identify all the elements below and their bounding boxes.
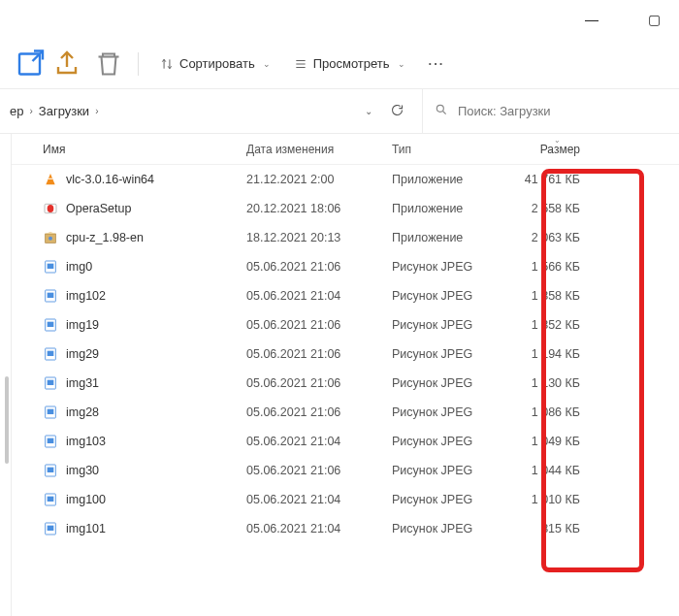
file-name: img100: [66, 493, 106, 506]
file-icon: [43, 521, 58, 536]
svg-rect-17: [48, 380, 54, 385]
column-header-name[interactable]: Имя: [23, 143, 246, 156]
sort-button[interactable]: Сортировать ⌄: [150, 47, 280, 81]
table-row[interactable]: img1905.06.2021 21:06Рисунок JPEG1 352 К…: [12, 310, 679, 340]
file-size: 1 010 КБ: [508, 493, 605, 506]
file-name: img29: [66, 347, 99, 361]
minimize-button[interactable]: —: [572, 12, 611, 27]
nav-pane-edge: [0, 134, 12, 616]
column-header-type[interactable]: Тип: [392, 143, 508, 156]
column-header-size[interactable]: ⌄ Размер: [508, 143, 605, 156]
file-date: 21.12.2021 2:00: [246, 173, 392, 186]
delete-icon[interactable]: [91, 47, 126, 81]
breadcrumb-seg[interactable]: ер: [10, 104, 23, 118]
file-icon: [43, 405, 58, 420]
file-type: Рисунок JPEG: [392, 318, 508, 332]
breadcrumb-seg[interactable]: Загрузки: [39, 104, 89, 118]
file-type: Приложение: [392, 173, 508, 186]
toolbar-divider: [138, 52, 139, 76]
sort-label: Сортировать: [179, 56, 255, 71]
svg-rect-21: [48, 438, 54, 443]
svg-rect-13: [48, 322, 54, 327]
table-row[interactable]: img10005.06.2021 21:04Рисунок JPEG1 010 …: [12, 485, 679, 514]
file-icon: [43, 172, 58, 187]
column-header-date[interactable]: Дата изменения: [246, 143, 392, 156]
file-icon: [43, 317, 58, 333]
chevron-right-icon: ›: [95, 106, 98, 116]
file-type: Приложение: [392, 231, 508, 244]
file-size: 1 049 КБ: [508, 435, 605, 448]
file-icon: [43, 288, 58, 304]
table-row[interactable]: img10105.06.2021 21:04Рисунок JPEG815 КБ: [12, 514, 679, 543]
table-row[interactable]: img10305.06.2021 21:04Рисунок JPEG1 049 …: [12, 427, 679, 456]
file-type: Рисунок JPEG: [392, 522, 508, 535]
file-name: img101: [66, 522, 106, 535]
file-icon: [43, 230, 58, 245]
file-date: 05.06.2021 21:04: [246, 522, 392, 535]
svg-point-7: [48, 237, 52, 241]
svg-point-1: [436, 105, 443, 112]
view-button[interactable]: Просмотреть ⌄: [284, 47, 415, 81]
file-date: 05.06.2021 21:04: [246, 289, 392, 303]
file-type: Рисунок JPEG: [392, 405, 508, 419]
table-row[interactable]: vlc-3.0.16-win6421.12.2021 2:00Приложени…: [12, 165, 679, 194]
chevron-down-icon: ⌄: [398, 59, 405, 69]
svg-point-5: [48, 205, 54, 212]
refresh-icon[interactable]: [390, 103, 404, 120]
file-size: 1 086 КБ: [508, 405, 605, 419]
file-name: img19: [66, 318, 99, 332]
file-icon: [43, 201, 58, 216]
file-size: 1 044 КБ: [508, 464, 605, 477]
more-button[interactable]: ···: [419, 47, 455, 81]
file-name: img28: [66, 405, 99, 419]
table-row[interactable]: img2905.06.2021 21:06Рисунок JPEG1 194 К…: [12, 340, 679, 369]
file-size: 2 558 КБ: [508, 202, 605, 215]
table-row[interactable]: img10205.06.2021 21:04Рисунок JPEG1 358 …: [12, 281, 679, 310]
file-type: Рисунок JPEG: [392, 289, 508, 303]
share-icon[interactable]: [52, 47, 87, 81]
file-name: img30: [66, 464, 99, 477]
table-row[interactable]: img005.06.2021 21:06Рисунок JPEG1 566 КБ: [12, 252, 679, 281]
file-icon: [43, 259, 58, 275]
file-name: img0: [66, 260, 92, 274]
svg-rect-9: [48, 264, 54, 269]
file-type: Рисунок JPEG: [392, 493, 508, 506]
table-row[interactable]: OperaSetup20.12.2021 18:06Приложение2 55…: [12, 194, 679, 223]
file-size: 1 194 КБ: [508, 347, 605, 361]
new-folder-icon[interactable]: [14, 47, 48, 81]
file-date: 05.06.2021 21:06: [246, 318, 392, 332]
file-date: 05.06.2021 21:06: [246, 347, 392, 361]
file-icon: [43, 346, 58, 362]
file-type: Рисунок JPEG: [392, 464, 508, 477]
file-icon: [43, 463, 58, 478]
file-name: OperaSetup: [66, 202, 131, 215]
file-size: 2 063 КБ: [508, 231, 605, 244]
file-date: 05.06.2021 21:06: [246, 464, 392, 477]
file-name: cpu-z_1.98-en: [66, 231, 144, 244]
history-dropdown-icon[interactable]: ⌄: [365, 106, 372, 116]
file-type: Приложение: [392, 202, 508, 215]
table-row[interactable]: cpu-z_1.98-en18.12.2021 20:13Приложение2…: [12, 223, 679, 252]
table-row[interactable]: img3105.06.2021 21:06Рисунок JPEG1 130 К…: [12, 369, 679, 398]
svg-rect-23: [48, 468, 54, 472]
table-row[interactable]: img3005.06.2021 21:06Рисунок JPEG1 044 К…: [12, 456, 679, 485]
svg-rect-11: [48, 293, 54, 298]
table-row[interactable]: img2805.06.2021 21:06Рисунок JPEG1 086 К…: [12, 398, 679, 427]
file-name: img103: [66, 435, 106, 448]
sort-indicator-icon: ⌄: [554, 136, 561, 145]
file-date: 18.12.2021 20:13: [246, 231, 392, 244]
file-size: 1 358 КБ: [508, 289, 605, 303]
file-date: 05.06.2021 21:04: [246, 435, 392, 448]
svg-rect-3: [48, 178, 52, 179]
file-type: Рисунок JPEG: [392, 347, 508, 361]
file-date: 05.06.2021 21:06: [246, 405, 392, 419]
search-input[interactable]: [458, 104, 667, 118]
file-name: img31: [66, 376, 99, 390]
breadcrumb[interactable]: ер › Загрузки ›: [0, 104, 347, 118]
file-date: 05.06.2021 21:04: [246, 493, 392, 506]
file-name: vlc-3.0.16-win64: [66, 173, 154, 186]
chevron-right-icon: ›: [29, 106, 32, 116]
scrollbar[interactable]: [5, 376, 9, 464]
file-size: 41 761 КБ: [508, 173, 605, 186]
maximize-button[interactable]: ▢: [634, 12, 673, 27]
